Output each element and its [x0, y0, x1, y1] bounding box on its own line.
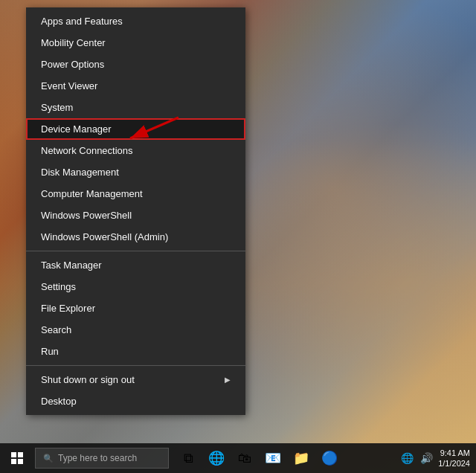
- task-view-button[interactable]: ⧉: [175, 443, 202, 473]
- svg-rect-3: [18, 452, 23, 457]
- menu-item-mobility-center[interactable]: Mobility Center: [26, 32, 245, 54]
- menu-item-search[interactable]: Search: [26, 319, 245, 341]
- menu-item-computer-management[interactable]: Computer Management: [26, 183, 245, 205]
- search-placeholder: Type here to search: [58, 453, 137, 463]
- menu-item-label-settings: Settings: [41, 281, 76, 292]
- menu-item-label-computer-management: Computer Management: [41, 188, 143, 199]
- menu-item-disk-management[interactable]: Disk Management: [26, 161, 245, 183]
- menu-item-label-task-manager: Task Manager: [41, 260, 102, 271]
- menu-item-label-run: Run: [41, 346, 59, 357]
- menu-item-event-viewer[interactable]: Event Viewer: [26, 75, 245, 97]
- menu-item-apps-features[interactable]: Apps and Features: [26, 10, 245, 32]
- menu-item-label-search: Search: [41, 324, 71, 335]
- tray-network[interactable]: 🌐: [399, 451, 414, 466]
- menu-item-label-event-viewer: Event Viewer: [41, 80, 97, 91]
- tray-volume[interactable]: 🔊: [419, 451, 434, 466]
- taskbar-search[interactable]: 🔍 Type here to search: [35, 448, 169, 469]
- menu-item-power-options[interactable]: Power Options: [26, 54, 245, 75]
- menu-item-label-apps-features: Apps and Features: [41, 16, 123, 27]
- system-tray: 🌐 🔊 9:41 AM 1/1/2024: [399, 443, 476, 473]
- menu-item-network-connections[interactable]: Network Connections: [26, 140, 245, 161]
- taskbar-icons: ⧉ 🌐 🛍 📧 📁 🔵: [175, 443, 343, 473]
- menu-item-settings[interactable]: Settings: [26, 276, 245, 297]
- chrome-icon[interactable]: 🔵: [316, 443, 343, 473]
- menu-item-label-file-explorer: File Explorer: [41, 303, 95, 314]
- menu-item-task-manager[interactable]: Task Manager: [26, 254, 245, 276]
- menu-item-shut-down-sign-out[interactable]: Shut down or sign out▶: [26, 369, 245, 390]
- edge-icon[interactable]: 🌐: [203, 443, 230, 473]
- svg-rect-5: [18, 459, 23, 464]
- menu-item-windows-powershell-admin[interactable]: Windows PowerShell (Admin): [26, 226, 245, 248]
- menu-item-label-mobility-center: Mobility Center: [41, 37, 106, 48]
- menu-item-run[interactable]: Run: [26, 341, 245, 362]
- menu-item-system[interactable]: System: [26, 97, 245, 118]
- menu-item-windows-powershell[interactable]: Windows PowerShell: [26, 205, 245, 226]
- menu-item-label-desktop: Desktop: [41, 396, 77, 407]
- menu-item-device-manager[interactable]: Device Manager: [26, 118, 245, 140]
- menu-item-label-disk-management: Disk Management: [41, 167, 119, 178]
- submenu-arrow-icon: ▶: [225, 376, 231, 384]
- menu-item-file-explorer[interactable]: File Explorer: [26, 297, 245, 319]
- menu-separator: [26, 365, 245, 366]
- menu-item-desktop[interactable]: Desktop: [26, 390, 245, 412]
- menu-separator: [26, 251, 245, 251]
- folder-icon[interactable]: 📁: [288, 443, 315, 473]
- svg-rect-4: [11, 459, 16, 464]
- menu-item-label-shut-down-sign-out: Shut down or sign out: [41, 374, 135, 385]
- context-menu: Apps and FeaturesMobility CenterPower Op…: [26, 7, 245, 415]
- svg-rect-2: [11, 452, 16, 457]
- search-icon: 🔍: [43, 454, 54, 463]
- store-icon[interactable]: 🛍: [231, 443, 258, 473]
- menu-item-label-windows-powershell: Windows PowerShell: [41, 210, 132, 221]
- taskbar: 🔍 Type here to search ⧉ 🌐 🛍 📧 📁 🔵 🌐 🔊 9:…: [0, 443, 476, 473]
- menu-item-label-device-manager: Device Manager: [41, 123, 112, 135]
- menu-item-label-power-options: Power Options: [41, 59, 104, 70]
- menu-item-label-network-connections: Network Connections: [41, 145, 133, 156]
- menu-item-label-system: System: [41, 102, 73, 113]
- start-button[interactable]: [0, 443, 33, 473]
- tray-clock[interactable]: 9:41 AM 1/1/2024: [438, 448, 470, 469]
- menu-item-label-windows-powershell-admin: Windows PowerShell (Admin): [41, 231, 168, 242]
- outlook-icon[interactable]: 📧: [260, 443, 286, 473]
